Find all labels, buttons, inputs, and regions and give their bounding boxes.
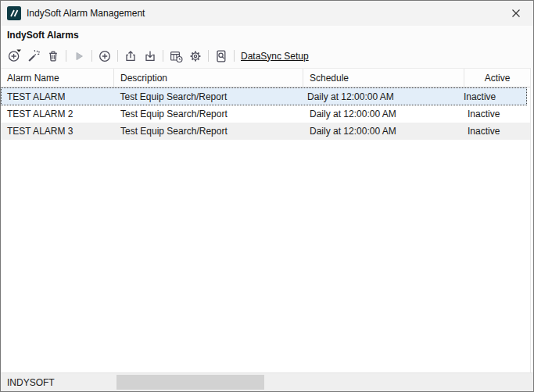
cell-description: Test Equip Search/Report [114, 109, 303, 119]
export-upload-icon [124, 49, 138, 63]
indysoft-logo-icon [7, 6, 21, 20]
table-row[interactable]: TEST ALARM 3 Test Equip Search/Report Da… [1, 123, 531, 140]
column-header-alarm-name[interactable]: Alarm Name [1, 69, 114, 87]
toolbar-separator [91, 50, 92, 62]
preview-document-icon [214, 49, 228, 63]
edit-wand-icon [27, 49, 41, 63]
import-button[interactable] [142, 47, 159, 66]
settings-button[interactable] [187, 47, 204, 66]
run-play-icon [72, 49, 86, 63]
preview-button[interactable] [213, 47, 230, 66]
column-header-schedule[interactable]: Schedule [303, 69, 464, 87]
section-title: IndySoft Alarms [7, 30, 79, 41]
edit-alarm-button[interactable] [25, 47, 42, 66]
datasync-setup-link[interactable]: DataSync Setup [241, 51, 309, 62]
add-alarm-dropdown-icon [7, 48, 22, 63]
add-alarm-button[interactable] [5, 47, 23, 66]
status-bar: INDYSOFT [1, 372, 533, 391]
delete-alarm-button[interactable] [45, 47, 62, 66]
run-alarm-button[interactable] [70, 47, 88, 66]
grid-header: Alarm Name Description Schedule Active [1, 68, 531, 87]
alarm-grid: Alarm Name Description Schedule Active T… [1, 68, 533, 373]
toolbar-separator [234, 50, 235, 62]
toolbar-separator [208, 50, 209, 62]
cell-schedule: Daily at 12:00:00 AM [303, 109, 464, 119]
toolbar-separator [117, 50, 118, 62]
column-header-description[interactable]: Description [114, 69, 303, 87]
close-button[interactable] [498, 1, 533, 25]
cell-alarm-name: TEST ALARM 2 [1, 109, 114, 119]
add-circle-button[interactable] [96, 47, 113, 66]
delete-trash-icon [46, 49, 60, 63]
close-icon [511, 9, 521, 18]
cell-alarm-name: TEST ALARM [2, 91, 114, 102]
title-bar: IndySoft Alarm Management [1, 1, 533, 26]
add-circle-icon [98, 49, 112, 63]
import-download-icon [143, 49, 157, 63]
window-title: IndySoft Alarm Management [27, 8, 145, 19]
toolbar: DataSync Setup [1, 44, 533, 68]
column-header-active[interactable]: Active [464, 69, 531, 87]
schedule-table-icon [169, 49, 183, 63]
cell-alarm-name: TEST ALARM 3 [1, 126, 114, 137]
status-text: INDYSOFT [7, 377, 55, 388]
table-row[interactable]: TEST ALARM 2 Test Equip Search/Report Da… [1, 105, 531, 123]
cell-active: Inactive [464, 126, 531, 137]
cell-active: Inactive [464, 109, 531, 119]
export-button[interactable] [122, 47, 139, 66]
cell-active: Inactive [461, 91, 526, 102]
table-row[interactable]: TEST ALARM Test Equip Search/Report Dail… [1, 87, 527, 105]
toolbar-separator [66, 50, 66, 62]
cell-description: Test Equip Search/Report [114, 126, 303, 137]
settings-gear-icon [188, 49, 202, 63]
cell-description: Test Equip Search/Report [114, 91, 301, 102]
alarm-management-window: IndySoft Alarm Management IndySoft Alarm… [0, 0, 534, 392]
cell-schedule: Daily at 12:00:00 AM [301, 91, 461, 102]
progress-placeholder [116, 375, 264, 390]
cell-schedule: Daily at 12:00:00 AM [303, 126, 464, 137]
grid-right-edge [530, 68, 531, 373]
toolbar-separator [163, 50, 163, 62]
schedule-button[interactable] [167, 47, 185, 66]
